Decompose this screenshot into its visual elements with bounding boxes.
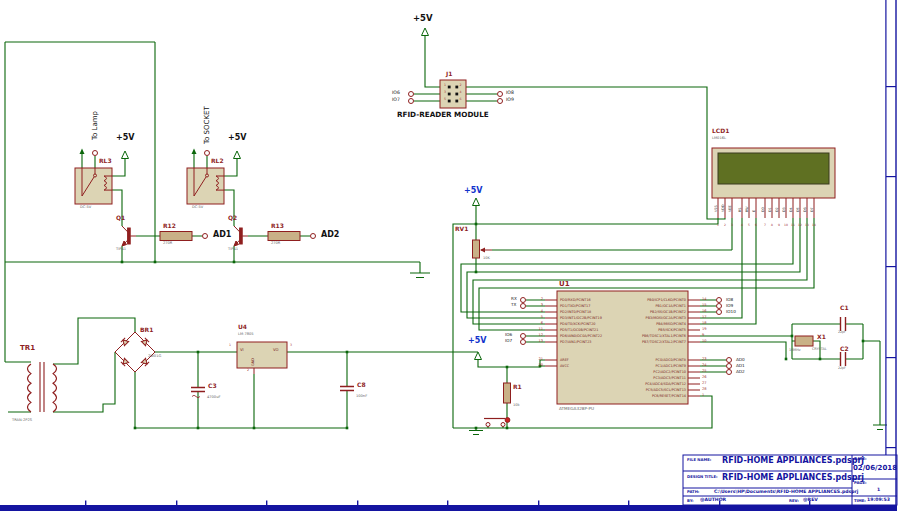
titleblock-path-label: PATH: (687, 490, 699, 494)
schematic-drawing (0, 0, 899, 516)
rv1-value: 10K (483, 257, 490, 261)
u1-left-pin-numbers-2: 2120 (528, 357, 543, 369)
pin-name: PB7/TOSC2/XTAL2/PCINT7 (560, 340, 686, 346)
c8-ref: C8 (357, 382, 366, 388)
lcd-pin-number: 3 (729, 224, 736, 227)
pin-number: 10 (702, 339, 717, 345)
r12-value: 270R (163, 242, 172, 246)
rl2-ref: RL2 (211, 158, 224, 164)
u1-right-pin-names-2: PC0/ADC0/PCINT8PC1/ADC1/PCINT9PC2/ADC2/P… (560, 358, 686, 400)
br1-ref: BR1 (140, 327, 153, 333)
rl3-ref: RL3 (99, 158, 112, 164)
j1-pin5: 5 (444, 98, 446, 101)
transformer-tr1[interactable] (28, 362, 57, 412)
lcd-pin-number: 7 (762, 224, 769, 227)
u1-right-pin-numbers: 141516171819910 (702, 297, 717, 345)
rv1-ref: RV1 (455, 226, 468, 232)
lcd-pin-label: VEE (729, 199, 736, 212)
titleblock-by-value: @AUTHOR (700, 498, 726, 503)
relay-rl3[interactable] (75, 168, 112, 204)
net-ad1: AD1 (213, 231, 231, 239)
regulator-u4[interactable] (237, 342, 287, 374)
resistor-r1[interactable] (504, 383, 511, 403)
r12-ref: R12 (163, 223, 176, 229)
tr1-value: TRAN-2P2S (12, 419, 32, 423)
resistor-r13[interactable] (268, 232, 300, 241)
pin-number: 1 (702, 393, 717, 399)
net-ad2: AD2 (321, 231, 339, 239)
x1-ref: X1 (817, 334, 826, 340)
c1-value: 22pF (838, 331, 846, 334)
lcd-pin-numbers-b: 456 (739, 213, 760, 229)
power-label-rv1: +5V (464, 187, 482, 195)
schematic-canvas[interactable]: +5V J1 RFID-READER MODULE 1 2 3 4 5 6 IO… (0, 0, 899, 516)
u1-left-pin-numbers: 23456111213 (528, 297, 543, 345)
r13-ref: R13 (271, 223, 284, 229)
capacitor-c1[interactable] (841, 317, 846, 331)
titleblock-rev-label: REV: (789, 499, 799, 503)
q1-value: TIP41 (116, 248, 126, 252)
term-ad2: AD2 (736, 370, 745, 374)
lcd-pin-numbers-a: 123 (715, 213, 736, 229)
crystal-x1[interactable] (795, 336, 813, 346)
titleblock-file-value: RFID-HOME APPLIANCES.pdsprj (722, 457, 864, 465)
q2-ref: Q2 (228, 215, 237, 221)
lcd-pin-number: 5 (746, 224, 753, 227)
net-io6: IO6 (392, 91, 400, 96)
lcd-pin-number: 10 (783, 224, 790, 227)
titleblock-time-value: 19:09:53 (867, 498, 890, 503)
j1-pin2: 2 (460, 84, 462, 87)
x1-value: CRYSTAL (812, 348, 827, 351)
net-io8: IO8 (506, 91, 514, 96)
lcd-pin-number: 2 (722, 224, 729, 227)
term-io8: IO8 (726, 298, 733, 302)
titleblock-design-value: RFID-HOME APPLIANCES.pdsprj (722, 474, 864, 482)
push-button[interactable] (484, 418, 510, 427)
lcd-pin-number: 9 (776, 224, 783, 227)
term-ad1: AD1 (736, 364, 745, 368)
u4-num-vi: 1 (229, 344, 231, 347)
c3-value: 4700uF (207, 396, 221, 400)
r1-value: 10k (513, 404, 520, 408)
lcd-pin-numbers-c: 7891011121314 (762, 213, 818, 229)
transistor-q1[interactable] (122, 226, 136, 246)
lcd-pin-number: 14 (811, 224, 818, 227)
term-tx: TX (511, 303, 516, 307)
power-label-j1: +5V (413, 14, 433, 23)
r13-value: 270R (271, 242, 280, 246)
resistor-r12[interactable] (160, 232, 192, 241)
titleblock-rev-value: @REV (803, 498, 818, 503)
lcd-pin-number: 11 (790, 224, 797, 227)
u1-value: ATMEGA328P-PU (559, 407, 594, 411)
rl2-output-label: To SOCKET (204, 106, 211, 144)
titleblock-design-label: DESIGN TITLE: (687, 475, 718, 479)
lcd-pin-number: 8 (769, 224, 776, 227)
pin-number: 20 (528, 363, 543, 369)
lcd-ref: LCD1 (712, 128, 729, 134)
lcd-value: LM016L (712, 137, 726, 141)
j1-ref: J1 (446, 71, 452, 77)
capacitor-c8[interactable] (340, 387, 354, 391)
capacitor-c2[interactable] (841, 352, 846, 366)
u4-ref: U4 (238, 324, 247, 330)
j1-pin3: 3 (444, 91, 446, 94)
lcd-screen (718, 153, 829, 184)
titleblock-time-label: TIME: (854, 499, 866, 503)
titleblock-date-label: DATE: (854, 457, 867, 461)
u4-pin-gnd: GND (252, 358, 256, 366)
net-io7: IO7 (392, 98, 400, 103)
relay-rl2[interactable] (187, 168, 224, 204)
j1-pin1: 1 (444, 84, 446, 87)
tr1-ref: TR1 (20, 345, 35, 352)
term-io7: IO7 (505, 339, 512, 343)
j1-pin6: 6 (460, 98, 462, 101)
u1-ref: U1 (559, 281, 570, 288)
x1-freq: 16MHz (789, 349, 801, 352)
bridge-br1[interactable] (115, 332, 155, 372)
lcd-pin-number: 4 (739, 224, 746, 227)
lcd-pin-number: 1 (715, 224, 722, 227)
lcd-pin-number: 6 (753, 224, 760, 227)
term-ad0: AD0 (736, 358, 745, 362)
transistor-q2[interactable] (234, 226, 248, 246)
power-label-rl3: +5V (116, 134, 134, 142)
